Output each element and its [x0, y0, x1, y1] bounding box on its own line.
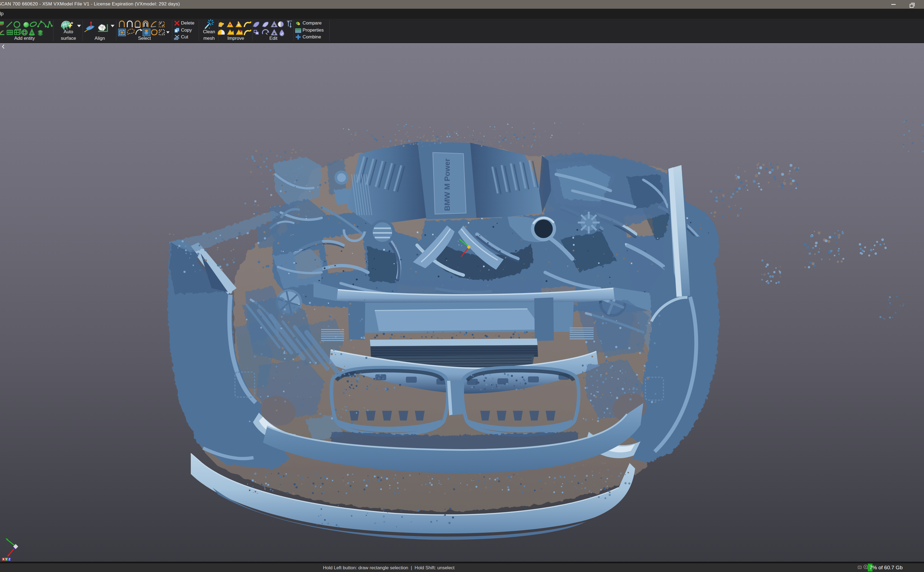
svg-text:Z: Z: [8, 558, 10, 561]
svg-text:X: X: [2, 558, 5, 561]
svg-text:BMW M Power: BMW M Power: [443, 158, 451, 211]
svg-text:Y: Y: [5, 558, 8, 561]
